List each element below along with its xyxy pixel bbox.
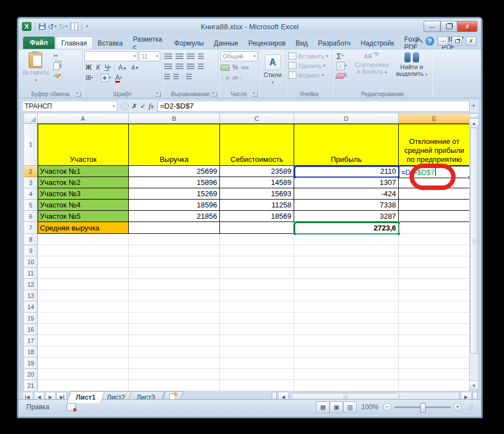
accounting-format-icon[interactable] [220, 65, 230, 71]
cell-A8[interactable] [38, 234, 129, 245]
cell-B20[interactable] [129, 369, 220, 380]
row-header-15[interactable]: 15 [24, 313, 38, 324]
cell-C4[interactable]: 15693 [220, 188, 294, 200]
cell-A20[interactable] [38, 369, 129, 380]
cell-A16[interactable] [38, 324, 129, 335]
increase-indent-icon[interactable] [173, 74, 179, 79]
align-right-icon[interactable] [187, 64, 195, 69]
cell-E8[interactable] [399, 234, 470, 245]
cancel-icon[interactable]: ✗ [132, 102, 137, 110]
paste-button[interactable]: Вставить▾ [20, 51, 51, 85]
cell-B17[interactable] [129, 335, 220, 346]
vertical-split-handle[interactable] [470, 114, 478, 119]
clipboard-dialog-launcher-icon[interactable] [76, 92, 81, 97]
cell-C16[interactable] [220, 324, 294, 335]
cell-E11[interactable] [399, 268, 470, 279]
normal-view-icon[interactable]: ▦ [316, 401, 330, 413]
cell-D21[interactable] [294, 380, 399, 391]
cell-D10[interactable] [294, 256, 399, 268]
cell-D18[interactable] [294, 346, 399, 358]
cell-A1[interactable]: Участок [38, 124, 129, 166]
autosum-button[interactable]: Σ▾ [335, 51, 349, 60]
decrease-decimal-button[interactable]: ,00→ [232, 75, 242, 80]
row-header-11[interactable]: 11 [24, 268, 38, 279]
row-header-16[interactable]: 16 [24, 324, 38, 335]
row-header-10[interactable]: 10 [24, 256, 38, 268]
cell-E13[interactable] [399, 290, 470, 301]
cell-B6[interactable]: 21856 [129, 211, 220, 222]
cell-E15[interactable] [399, 313, 470, 324]
cell-C9[interactable] [220, 245, 294, 256]
vertical-scrollbar[interactable]: ▲ ▼ [469, 114, 479, 391]
cell-D6[interactable]: 3287 [294, 211, 399, 222]
font-dialog-launcher-icon[interactable] [156, 92, 161, 97]
row-header-3[interactable]: 3 [24, 177, 38, 188]
italic-button[interactable]: К [95, 64, 101, 71]
cell-C6[interactable]: 18569 [220, 211, 294, 222]
font-size-combo[interactable]: 11▾ [139, 51, 160, 61]
cell-C11[interactable] [220, 268, 294, 279]
tab-Разметка с[interactable]: Разметка с [128, 37, 169, 49]
cell-B12[interactable] [129, 279, 220, 290]
row-header-18[interactable]: 18 [24, 346, 38, 358]
tab-Главная[interactable]: Главная [56, 37, 93, 49]
cell-A10[interactable] [38, 256, 129, 268]
copy-button[interactable]: ▾ [52, 61, 66, 70]
workbook-minimize-button[interactable]: — [438, 37, 448, 46]
cell-E4[interactable] [399, 188, 470, 200]
cell-A14[interactable] [38, 301, 129, 313]
cell-C2[interactable]: 23589 [220, 166, 294, 177]
fill-color-button[interactable]: ◆▾ [100, 74, 112, 82]
row-header-6[interactable]: 6 [24, 211, 38, 222]
merge-center-icon[interactable] [198, 64, 204, 69]
cell-D14[interactable] [294, 301, 399, 313]
wrap-text-icon[interactable] [186, 74, 192, 79]
workbook-close-button[interactable]: ✗ [466, 37, 476, 46]
cell-B10[interactable] [129, 256, 220, 268]
tab-Вставка[interactable]: Вставка [93, 37, 128, 49]
cell-B21[interactable] [129, 380, 220, 391]
workbook-restore-button[interactable] [452, 37, 462, 46]
cell-E1[interactable]: Отклонение от средней прибыли по предпри… [399, 124, 470, 166]
expand-formula-bar-icon[interactable]: ▼ [470, 103, 478, 108]
font-name-combo[interactable]: ▾ [84, 51, 138, 61]
cell-A15[interactable] [38, 313, 129, 324]
cell-C3[interactable]: 14589 [220, 177, 294, 188]
help-icon[interactable]: ? [425, 37, 434, 46]
cell-B2[interactable]: 25699 [129, 166, 220, 177]
orientation-icon[interactable] [198, 53, 204, 59]
cell-E10[interactable] [399, 256, 470, 268]
cell-B9[interactable] [129, 245, 220, 256]
zoom-knob[interactable] [420, 403, 426, 413]
scroll-up-icon[interactable]: ▲ [470, 119, 478, 128]
tab-file[interactable]: Файл [23, 37, 55, 49]
cell-E12[interactable] [399, 279, 470, 290]
tab-Данные[interactable]: Данные [209, 37, 243, 49]
cell-D3[interactable]: 1307 [294, 177, 399, 188]
zoom-out-icon[interactable]: − [383, 403, 392, 412]
cell-E20[interactable] [399, 369, 470, 380]
fill-button[interactable]: ↓▾ [335, 61, 349, 70]
close-button[interactable]: ✗ [457, 21, 478, 32]
align-bottom-icon[interactable] [187, 53, 195, 59]
cell-A6[interactable]: Участок №5 [38, 211, 129, 222]
row-header-12[interactable]: 12 [24, 279, 38, 290]
sheet-tab-Лист1[interactable]: Лист1 [67, 391, 105, 403]
column-header-D[interactable]: D [294, 114, 399, 124]
cell-B1[interactable]: Выручка [129, 124, 220, 166]
cut-button[interactable]: ✂ [52, 51, 66, 60]
tab-Разработч[interactable]: Разработч [313, 37, 356, 49]
cell-C17[interactable] [220, 335, 294, 346]
cell-C12[interactable] [220, 279, 294, 290]
shrink-font-button[interactable]: А▼ [130, 65, 140, 71]
cell-B4[interactable]: 15269 [129, 188, 220, 200]
cell-C7[interactable] [220, 222, 294, 234]
row-header-1[interactable]: 1 [24, 124, 38, 166]
cell-D5[interactable]: 7338 [294, 200, 399, 211]
zoom-track[interactable] [394, 406, 451, 408]
bold-button[interactable]: Ж [84, 64, 93, 71]
number-dialog-launcher-icon[interactable] [253, 92, 258, 97]
enter-icon[interactable]: ✓ [140, 102, 146, 110]
cell-D20[interactable] [294, 369, 399, 380]
column-header-C[interactable]: C [220, 114, 294, 124]
